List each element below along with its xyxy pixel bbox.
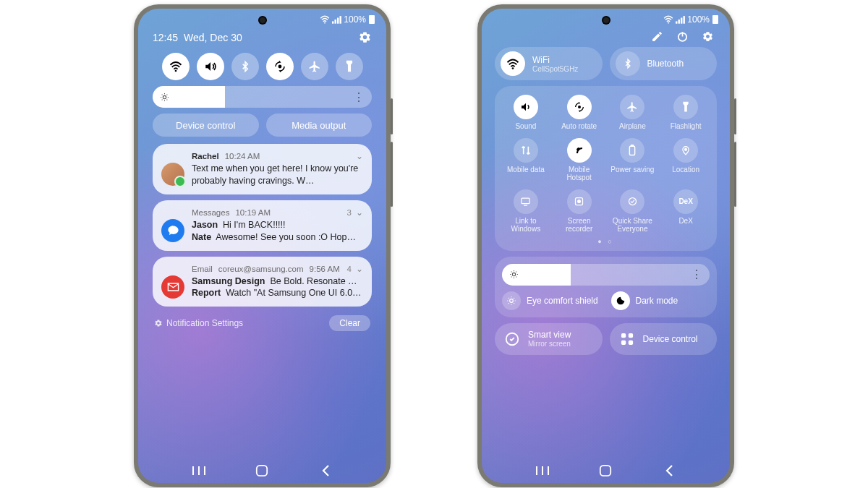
bluetooth-icon xyxy=(616,51,640,76)
eye-comfort-label: Eye comfort shield xyxy=(527,296,598,306)
settings-icon[interactable] xyxy=(358,30,372,44)
qs-bluetooth[interactable] xyxy=(231,53,259,80)
nav-home[interactable] xyxy=(597,463,613,479)
qs-tile-quick-share[interactable]: Quick ShareEveryone xyxy=(606,189,660,234)
brightness-fill xyxy=(153,86,225,108)
brightness-slider[interactable]: ⋮ xyxy=(153,86,372,108)
qs-tile-label: Quick ShareEveryone xyxy=(613,217,652,234)
nav-home[interactable] xyxy=(254,463,270,479)
notification-card[interactable]: Rachel 10:24 AM ⌄ Text me when you get h… xyxy=(153,144,372,194)
svg-rect-14 xyxy=(678,20,680,24)
svg-rect-34 xyxy=(621,340,625,344)
nav-back[interactable] xyxy=(661,463,677,479)
qs-tile-icon xyxy=(567,138,592,163)
screen-right: 100% WiFi CellSpot5GHz Bluetooth xyxy=(482,9,730,483)
notif-time: 10:19 AM xyxy=(235,208,271,217)
signal-icon xyxy=(332,15,341,24)
device-control-label: Device control xyxy=(643,334,698,344)
dark-mode-toggle[interactable]: Dark mode xyxy=(611,291,710,310)
battery-text: 100% xyxy=(344,14,366,25)
brightness-menu-icon[interactable]: ⋮ xyxy=(353,90,365,104)
qs-autorotate[interactable] xyxy=(266,53,294,80)
qs-tile-screen-recorder[interactable]: Screen recorder xyxy=(553,189,606,234)
qs-tile-label: DeX xyxy=(678,217,692,226)
notif-line-name: Report xyxy=(192,288,221,298)
svg-rect-16 xyxy=(684,16,685,24)
brightness-slider[interactable]: ⋮ xyxy=(502,264,710,286)
brightness-menu-icon[interactable]: ⋮ xyxy=(691,267,702,281)
svg-rect-11 xyxy=(257,466,267,476)
qs-tile-power-saving[interactable]: Power saving xyxy=(606,138,660,182)
notif-line-text: Hi I'm BACK!!!!! xyxy=(223,220,285,230)
svg-rect-35 xyxy=(628,340,632,344)
qs-tile-mobile-hotspot[interactable]: Mobile Hotspot xyxy=(553,138,606,182)
wifi-pill[interactable]: WiFi CellSpot5GHz xyxy=(495,47,603,80)
device-control-tile[interactable]: Device control xyxy=(610,323,718,355)
notification-settings-link[interactable]: Notification Settings xyxy=(166,318,243,328)
qs-tile-flashlight[interactable]: Flashlight xyxy=(659,95,712,131)
chevron-down-icon[interactable]: ⌄ xyxy=(356,207,363,218)
svg-rect-1 xyxy=(332,21,333,23)
qs-tile-sound[interactable]: Sound xyxy=(499,95,553,131)
eye-comfort-toggle[interactable]: Eye comfort shield xyxy=(502,291,601,310)
device-control-icon xyxy=(618,330,636,348)
qs-tile-icon xyxy=(514,189,538,214)
qs-tile-label: Sound xyxy=(515,122,536,131)
notif-line-text: Be Bold. Resonate w… xyxy=(270,276,363,286)
notif-count: 3 xyxy=(347,208,352,217)
qs-tile-label: Screen recorder xyxy=(556,217,603,234)
clear-button[interactable]: Clear xyxy=(329,315,370,331)
phone-right: 100% WiFi CellSpot5GHz Bluetooth xyxy=(477,4,734,487)
qs-tile-label: Mobile Hotspot xyxy=(556,166,603,182)
dark-mode-icon xyxy=(611,291,630,310)
qs-tile-icon xyxy=(567,189,592,214)
svg-point-6 xyxy=(278,65,281,69)
device-control-chip[interactable]: Device control xyxy=(153,114,259,137)
smart-view-tile[interactable]: Smart view Mirror screen xyxy=(495,323,603,355)
qs-tile-mobile-data[interactable]: Mobile data xyxy=(499,138,553,182)
qs-flashlight[interactable] xyxy=(336,53,363,80)
qs-tile-icon: DeX xyxy=(673,189,698,214)
chevron-down-icon[interactable]: ⌄ xyxy=(356,151,363,161)
qs-tile-airplane[interactable]: Airplane xyxy=(606,95,660,131)
svg-point-12 xyxy=(668,22,669,24)
settings-icon[interactable] xyxy=(702,30,714,43)
qs-tile-link-to-windows[interactable]: Link to Windows xyxy=(499,189,553,234)
notif-line-name: Jason xyxy=(192,220,218,230)
svg-point-28 xyxy=(629,198,636,205)
notif-app: Email xyxy=(192,265,213,273)
svg-point-19 xyxy=(512,67,514,69)
notif-time: 9:56 AM xyxy=(310,265,340,273)
qs-tile-auto-rotate[interactable]: Auto rotate xyxy=(553,95,606,131)
eye-comfort-icon xyxy=(502,291,521,310)
power-icon[interactable] xyxy=(676,30,689,43)
qs-tile-icon xyxy=(620,138,644,163)
gear-small-icon[interactable] xyxy=(154,319,163,328)
nav-recents[interactable] xyxy=(191,463,207,479)
qs-airplane[interactable] xyxy=(301,53,328,80)
chevron-down-icon[interactable]: ⌄ xyxy=(356,264,363,274)
notification-card[interactable]: Email coreux@samsung.com 9:56 AM 4 ⌄ Sam… xyxy=(153,257,372,307)
svg-point-0 xyxy=(324,22,326,24)
qs-wifi[interactable] xyxy=(162,53,190,80)
quick-settings-grid: SoundAuto rotateAirplaneFlashlightMobile… xyxy=(495,86,717,251)
pager-dots: ● ○ xyxy=(499,238,712,245)
nav-back[interactable] xyxy=(318,463,333,479)
camera-punchhole xyxy=(602,16,610,25)
battery-icon xyxy=(369,15,375,24)
messages-icon xyxy=(161,219,184,242)
nav-recents[interactable] xyxy=(535,463,550,479)
qs-tile-label: Power saving xyxy=(610,166,654,174)
qs-tile-dex[interactable]: DeXDeX xyxy=(659,189,712,234)
dark-mode-label: Dark mode xyxy=(636,296,678,306)
qs-tile-location[interactable]: Location xyxy=(659,138,712,182)
qs-tile-label: Location xyxy=(672,166,699,174)
svg-point-20 xyxy=(578,106,581,108)
qs-sound[interactable] xyxy=(197,53,224,80)
qs-tile-icon xyxy=(620,189,644,214)
notification-card[interactable]: Messages 10:19 AM 3 ⌄ Jason Hi I'm BACK!… xyxy=(153,200,372,251)
bluetooth-pill[interactable]: Bluetooth xyxy=(610,47,718,80)
edit-icon[interactable] xyxy=(651,30,663,43)
media-output-chip[interactable]: Media output xyxy=(266,114,373,137)
svg-rect-13 xyxy=(676,21,677,23)
